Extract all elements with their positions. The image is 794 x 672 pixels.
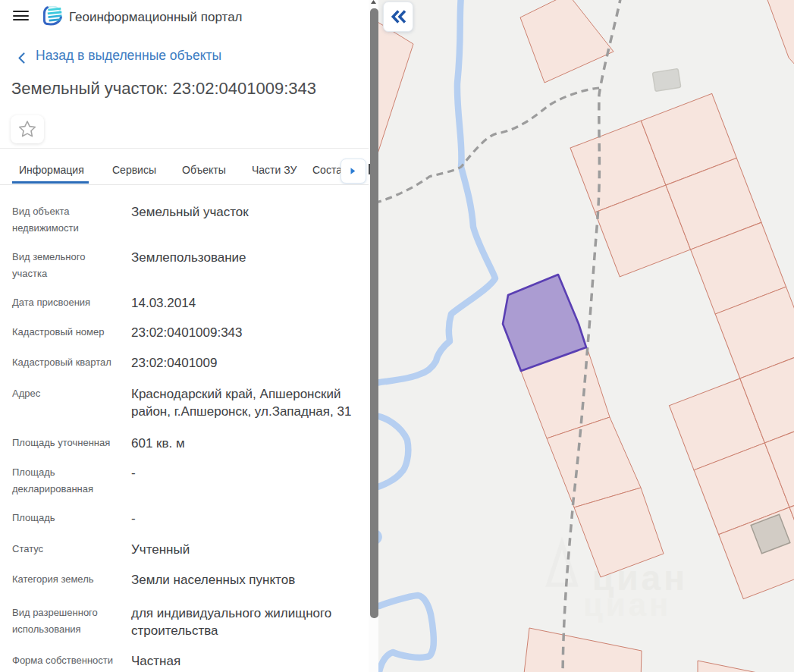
svg-text:циан: циан: [583, 587, 671, 623]
